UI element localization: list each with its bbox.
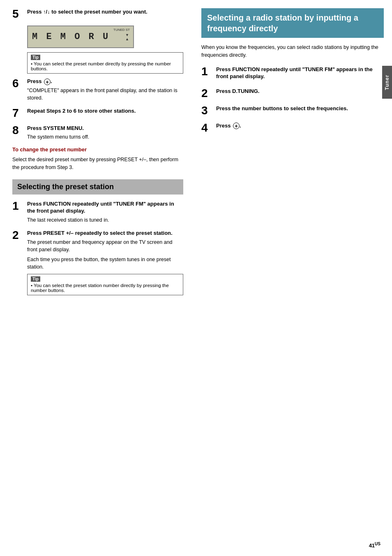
step-7-number: 7 bbox=[12, 107, 19, 119]
left-column: 5 Press ↑/↓ to select the preset number … bbox=[0, 0, 193, 556]
right-section-header: Selecting a radio station by inputting a… bbox=[201, 8, 384, 38]
step-8-number: 8 bbox=[12, 124, 19, 137]
step-8-body: The system menu turns off. bbox=[27, 133, 183, 141]
lcd-top-labels: TUNED ST bbox=[113, 28, 130, 32]
right-step-3: 3 Press the number buttons to select the… bbox=[201, 105, 384, 116]
right-step-2-title: Press D.TUNING. bbox=[216, 88, 384, 95]
step-6: 6 Press . "COMPLETE" appears in the fron… bbox=[12, 78, 183, 102]
preset-step-2: 2 Press PRESET +/– repeatedly to select … bbox=[12, 229, 183, 299]
tip-label-1: Tip bbox=[31, 55, 40, 60]
right-step-1: 1 Press FUNCTION repeatedly until "TUNER… bbox=[201, 66, 384, 82]
right-step-4: 4 Press . bbox=[201, 122, 384, 134]
change-preset-subsection: To change the preset number Select the d… bbox=[12, 146, 183, 171]
step-5-tip: Tip • You can select the preset number d… bbox=[27, 52, 183, 74]
preset-step-2-number: 2 bbox=[12, 229, 19, 241]
right-step-1-number: 1 bbox=[201, 65, 208, 78]
tip-label-2: Tip bbox=[31, 276, 40, 282]
right-step-4-title: Press . bbox=[216, 122, 384, 130]
preset-step-2-tip: Tip • You can select the preset station … bbox=[27, 274, 183, 295]
step-5-title: Press ↑/↓ to select the preset number yo… bbox=[27, 8, 183, 16]
right-step-3-number: 3 bbox=[201, 104, 208, 117]
step-6-body: "COMPLETE" appears in the front panel di… bbox=[27, 87, 183, 102]
tip-text-2: • You can select the preset station numb… bbox=[31, 283, 180, 293]
preset-step-1-title: Press FUNCTION repeatedly until "TUNER F… bbox=[27, 200, 183, 215]
right-step-3-title: Press the number buttons to select the f… bbox=[216, 105, 384, 112]
change-preset-heading: To change the preset number bbox=[12, 146, 183, 153]
page: 5 Press ↑/↓ to select the preset number … bbox=[0, 0, 392, 556]
preset-step-2-title: Press PRESET +/– repeatedly to select th… bbox=[27, 229, 183, 237]
page-number: 41US bbox=[369, 542, 380, 549]
right-step-4-number: 4 bbox=[201, 121, 208, 134]
preset-step-1-body: The last received station is tuned in. bbox=[27, 216, 183, 224]
right-intro-text: When you know the frequencies, you can s… bbox=[201, 44, 384, 59]
step-8-title: Press SYSTEM MENU. bbox=[27, 125, 183, 132]
tip-text-1: • You can select the preset number direc… bbox=[31, 61, 180, 71]
step-5: 5 Press ↑/↓ to select the preset number … bbox=[12, 8, 183, 20]
step-8: 8 Press SYSTEM MENU. The system menu tur… bbox=[12, 125, 183, 141]
right-step-2-number: 2 bbox=[201, 87, 208, 100]
preset-section-header: Selecting the preset station bbox=[12, 179, 183, 195]
step-7-title: Repeat Steps 2 to 6 to store other stati… bbox=[27, 107, 183, 115]
preset-step-2-body2: Each time you press the button, the syst… bbox=[27, 256, 183, 271]
change-preset-body: Select the desired preset number by pres… bbox=[12, 156, 183, 171]
tuner-side-tab: Tuner bbox=[382, 66, 392, 99]
circle-plus-icon-6 bbox=[44, 79, 51, 85]
lcd-arrows: ▼ ▲ bbox=[125, 33, 129, 41]
circle-plus-icon-r4 bbox=[233, 123, 240, 129]
step-7: 7 Repeat Steps 2 to 6 to store other sta… bbox=[12, 107, 183, 119]
right-step-2: 2 Press D.TUNING. bbox=[201, 88, 384, 99]
right-step-1-title: Press FUNCTION repeatedly until "TUNER F… bbox=[216, 66, 384, 80]
right-column: Selecting a radio station by inputting a… bbox=[193, 0, 392, 556]
preset-step-1: 1 Press FUNCTION repeatedly until "TUNER… bbox=[12, 200, 183, 224]
step-6-number: 6 bbox=[12, 77, 19, 90]
step-6-title: Press . bbox=[27, 78, 183, 85]
preset-step-1-number: 1 bbox=[12, 199, 19, 212]
preset-step-2-body1: The preset number and frequency appear o… bbox=[27, 239, 183, 253]
lcd-text: M E M O R U bbox=[32, 32, 110, 42]
preset-station-section: Selecting the preset station 1 Press FUN… bbox=[12, 179, 183, 299]
step-5-number: 5 bbox=[12, 7, 19, 20]
lcd-display: TUNED ST M E M O R U ▼ ▲ bbox=[27, 25, 134, 48]
